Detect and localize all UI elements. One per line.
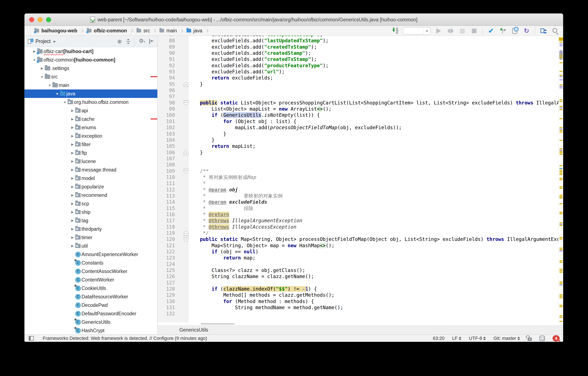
toolwindow-toggle-icon[interactable]: [29, 336, 34, 341]
commit-icon[interactable]: ✔: [487, 27, 495, 34]
zoom-window-button[interactable]: [46, 17, 51, 22]
code-line-103[interactable]: }: [188, 131, 563, 137]
code-line-124[interactable]: [188, 261, 563, 267]
caret-position[interactable]: 63:20: [433, 336, 444, 341]
chevron-collapsed-icon[interactable]: ▶: [70, 134, 75, 138]
code-line-128[interactable]: if (clazzName.indexOf("$$") != -1) {: [188, 286, 563, 292]
code-line-113[interactable]: * 要映射的对象实例: [188, 193, 563, 199]
code-line-131[interactable]: String methodName = method.getName();: [188, 305, 563, 311]
tree-item-filter[interactable]: ▶filter: [24, 140, 157, 149]
chevron-expanded-icon[interactable]: ▼: [62, 100, 68, 104]
tree-item-ftp[interactable]: ▶ftp: [24, 149, 157, 157]
tree-item-.settings[interactable]: ▶.settings: [24, 64, 157, 73]
tree-item-main[interactable]: ▼main: [24, 81, 157, 89]
code-line-132[interactable]: [188, 311, 563, 317]
chevron-collapsed-icon[interactable]: ▶: [70, 176, 75, 180]
code-line-129[interactable]: Method[] methods = clazz.getMethods();: [188, 292, 563, 298]
tree-item-model[interactable]: ▶model: [24, 174, 157, 183]
chevron-expanded-icon[interactable]: ▼: [32, 58, 37, 62]
code-area[interactable]: 8788899091929394959697989910010110210310…: [158, 36, 563, 322]
encoding-selector[interactable]: UTF-8: [469, 336, 486, 341]
code-line-102[interactable]: mapList.add(processObjectFieldToMap(obj,…: [188, 124, 563, 131]
revert-icon[interactable]: ↺: [523, 27, 530, 34]
code-line-89[interactable]: excludeFields.add("createdTxStamp");: [188, 44, 563, 50]
coverage-button[interactable]: ▨: [459, 27, 466, 34]
chevron-collapsed-icon[interactable]: ▶: [70, 159, 75, 163]
code-line-117[interactable]: * @throws IllegalArgumentException: [188, 218, 563, 224]
tree-item-thirdparty[interactable]: ▶thirdparty: [24, 225, 157, 233]
tree-item-src[interactable]: ▼src: [24, 73, 157, 81]
code-line-94[interactable]: return excludeFields;: [188, 75, 563, 81]
project-view-selector[interactable]: Project: [28, 38, 56, 44]
breadcrumb-item-java[interactable]: java: [186, 28, 202, 34]
code-line-105[interactable]: return mapList;: [188, 143, 563, 149]
tree-item-DefaultPasswordEncoder[interactable]: CDefaultPasswordEncoder: [24, 310, 157, 318]
tree-item-ship[interactable]: ▶ship: [24, 208, 157, 216]
tree-item-recommend[interactable]: ▶recommend: [24, 191, 157, 199]
tree-item-GenericsUtils[interactable]: CGenericsUtils: [24, 318, 157, 326]
chevron-collapsed-icon[interactable]: ▶: [70, 185, 75, 189]
code-line-122[interactable]: if (obj == null): [188, 249, 563, 255]
breadcrumb-item-main[interactable]: main: [159, 28, 177, 34]
tree-item-timer[interactable]: ▶timer: [24, 233, 157, 242]
code-line-95[interactable]: }: [188, 81, 563, 87]
chevron-collapsed-icon[interactable]: ▶: [39, 66, 45, 70]
code-line-110[interactable]: * 将对象实例映射成Map: [188, 174, 563, 180]
tree-item-AmountExperienceWorker[interactable]: CAmountExperienceWorker: [24, 250, 157, 259]
tree-item-ofbiz-common[interactable]: ▼ofbiz-common [huihoo-common]: [24, 55, 157, 64]
chevron-collapsed-icon[interactable]: ▶: [70, 109, 75, 112]
search-everywhere-icon[interactable]: [552, 27, 559, 34]
tree-item-CookieUtils[interactable]: CCookieUtils: [24, 284, 157, 292]
branch-icon[interactable]: [499, 27, 506, 34]
tree-item-exception[interactable]: ▶exception: [24, 132, 157, 140]
run-button[interactable]: [435, 27, 442, 34]
tree-item-DataResourceWorker[interactable]: CDataResourceWorker: [24, 292, 157, 301]
code-line-123[interactable]: return map;: [188, 255, 563, 261]
code-line-108[interactable]: [188, 162, 563, 168]
chevron-expanded-icon[interactable]: ▼: [39, 75, 45, 79]
code-line-114[interactable]: * @param excludeFields: [188, 199, 563, 205]
horizontal-scrollbar[interactable]: [158, 322, 563, 325]
chevron-collapsed-icon[interactable]: ▶: [70, 227, 75, 231]
git-branch-selector[interactable]: Git: master: [494, 336, 520, 341]
code-line-125[interactable]: Class<?> clazz = obj.getClass();: [188, 267, 563, 273]
error-stripe[interactable]: [558, 36, 563, 322]
code-line-119[interactable]: */: [188, 230, 563, 236]
chevron-collapsed-icon[interactable]: ▶: [70, 193, 75, 197]
code-line-127[interactable]: [188, 280, 563, 286]
code-line-106[interactable]: }: [188, 150, 563, 156]
tree-item-DecodePwd[interactable]: CDecodePwd: [24, 301, 157, 310]
code-line-120[interactable]: public static Map<String, Object> proces…: [188, 236, 563, 242]
close-window-button[interactable]: [29, 17, 34, 22]
chevron-expanded-icon[interactable]: ▼: [54, 92, 60, 96]
code-line-130[interactable]: for (Method method : methods) {: [188, 299, 563, 305]
code-line-96[interactable]: [188, 87, 563, 93]
breadcrumb-item-src[interactable]: src: [136, 28, 150, 34]
unlock-icon[interactable]: [528, 338, 532, 341]
code-line-90[interactable]: excludeFields.add("createdStamp");: [188, 50, 563, 56]
tree-item-popularize[interactable]: ▶popularize: [24, 183, 157, 191]
tree-item-ofbiz-cart[interactable]: ▶ofbiz-cart [huihoo-cart]: [24, 47, 157, 55]
code-line-104[interactable]: }: [188, 137, 563, 143]
hide-panel-icon[interactable]: [149, 39, 154, 44]
chevron-collapsed-icon[interactable]: ▶: [70, 143, 75, 146]
history-icon[interactable]: [511, 27, 518, 34]
tree-item-scp[interactable]: ▶scp: [24, 199, 157, 208]
code-line-98[interactable]: public static List<Object> processShoppi…: [188, 100, 563, 106]
code-line-118[interactable]: * @throws IllegalAccessException: [188, 224, 563, 230]
code-line-101[interactable]: for (Object obj : list) {: [188, 118, 563, 124]
line-ending-selector[interactable]: LF: [452, 336, 461, 341]
tree-item-tag[interactable]: ▶tag: [24, 216, 157, 225]
chevron-collapsed-icon[interactable]: ▶: [70, 117, 75, 121]
code-line-116[interactable]: * @return: [188, 211, 563, 218]
code-line-107[interactable]: [188, 156, 563, 162]
code-line-91[interactable]: excludeFields.add("createdTxStamp");: [188, 56, 563, 62]
code-line-100[interactable]: if (GenericsUtils.isNotEmpty(list)) {: [188, 112, 563, 118]
tree-item-enums[interactable]: ▶enums: [24, 123, 157, 132]
collapse-all-icon[interactable]: [126, 39, 131, 44]
chevron-collapsed-icon[interactable]: ▶: [70, 210, 75, 214]
chevron-collapsed-icon[interactable]: ▶: [70, 168, 75, 172]
notifications-badge[interactable]: 4: [553, 335, 560, 342]
code-line-99[interactable]: List<Object> mapList = new ArrayList<>()…: [188, 106, 563, 112]
chevron-collapsed-icon[interactable]: ▶: [70, 236, 75, 239]
